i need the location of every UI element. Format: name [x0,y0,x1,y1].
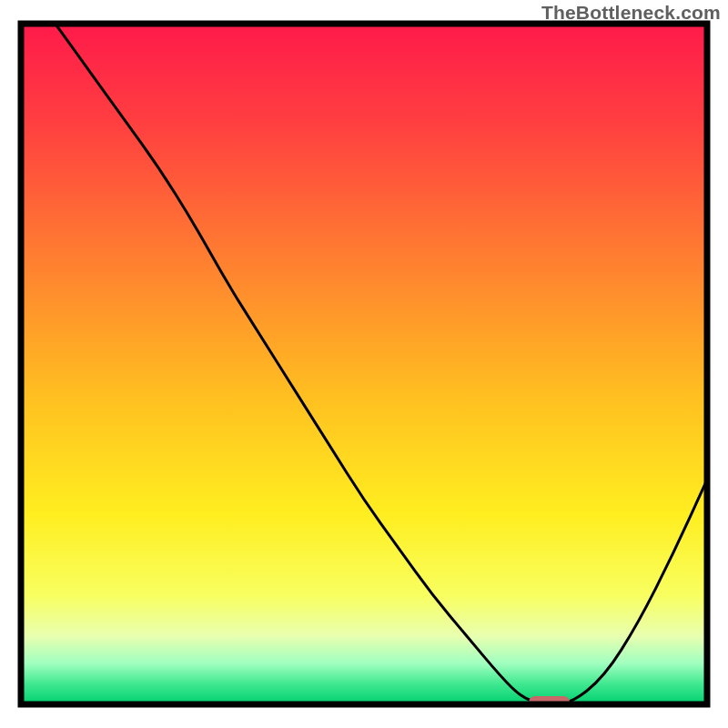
chart-container: TheBottleneck.com [0,0,728,728]
attribution-text: TheBottleneck.com [541,2,721,24]
chart-svg [0,0,728,728]
plot-background [21,24,707,704]
